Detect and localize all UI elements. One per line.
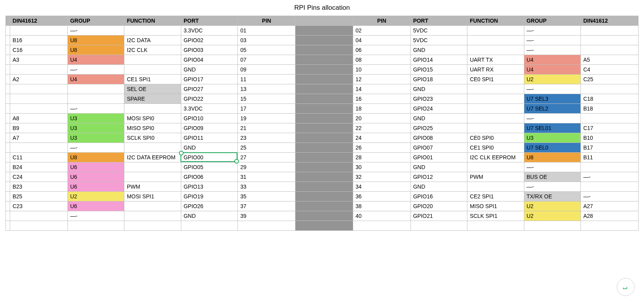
left-port-cell[interactable]: GPIO10 [181, 114, 238, 123]
pins-table[interactable]: DIN41612 GROUP FUNCTION PORT PIN PIN POR… [5, 16, 639, 231]
right-port-cell[interactable]: GND [410, 45, 467, 55]
right-din-cell[interactable]: A5 [581, 55, 639, 65]
table-row[interactable]: A3U4GPIO040708GPIO14UART TXU4A5 [6, 55, 639, 65]
right-port-cell[interactable]: GPIO12 [410, 172, 467, 182]
right-pin-cell[interactable]: 22 [353, 123, 410, 133]
right-group-cell[interactable]: —- [524, 26, 581, 36]
right-pin-cell[interactable]: 18 [353, 104, 410, 114]
left-func-cell[interactable]: I2C DATA [124, 36, 181, 45]
right-func-cell[interactable] [467, 221, 524, 231]
right-port-cell[interactable]: GND [410, 162, 467, 172]
left-group-cell[interactable]: U8 [67, 36, 124, 45]
table-row[interactable]: A7U3SCLK SPI0GPIO112324GPIO08CE0 SPI0U3B… [6, 133, 639, 143]
right-din-cell[interactable]: B10 [581, 133, 639, 143]
right-din-cell[interactable] [581, 114, 639, 123]
left-group-cell[interactable] [67, 84, 124, 94]
left-pin-cell[interactable]: 39 [238, 211, 295, 221]
left-pin-cell[interactable]: 03 [238, 36, 295, 45]
left-group-cell[interactable]: U3 [67, 123, 124, 133]
table-row[interactable]: —-3.3VDC1718GPIO24U7 SEL2B18 [6, 104, 639, 114]
left-port-cell[interactable]: GND [181, 211, 238, 221]
left-func-cell[interactable] [124, 26, 181, 36]
right-group-cell[interactable]: —- [524, 182, 581, 192]
left-func-cell[interactable] [124, 201, 181, 211]
right-func-cell[interactable] [467, 123, 524, 133]
right-din-cell[interactable]: —- [581, 192, 639, 201]
left-func-cell[interactable]: I2C CLK [124, 45, 181, 55]
right-func-cell[interactable]: UART TX [467, 55, 524, 65]
left-group-cell[interactable]: U6 [67, 201, 124, 211]
right-group-cell[interactable]: U4 [524, 55, 581, 65]
left-func-cell[interactable] [124, 104, 181, 114]
left-pin-cell[interactable]: 17 [238, 104, 295, 114]
left-din-cell[interactable]: C16 [10, 45, 68, 55]
left-group-cell[interactable]: —- [67, 104, 124, 114]
right-port-cell[interactable]: GPIO20 [410, 201, 467, 211]
right-port-cell[interactable]: GPIO08 [410, 133, 467, 143]
right-group-cell[interactable]: U8 [524, 153, 581, 162]
right-din-cell[interactable]: A28 [581, 211, 639, 221]
left-pin-cell[interactable]: 35 [238, 192, 295, 201]
right-pin-cell[interactable]: 20 [353, 114, 410, 123]
left-din-cell[interactable]: A8 [10, 114, 68, 123]
right-group-cell[interactable]: U4 [524, 65, 581, 75]
left-func-cell[interactable]: SEL OE [124, 84, 181, 94]
right-pin-cell[interactable]: 36 [353, 192, 410, 201]
left-func-cell[interactable] [124, 65, 181, 75]
left-din-cell[interactable]: C24 [10, 172, 68, 182]
right-port-cell[interactable]: GPIO25 [410, 123, 467, 133]
left-group-cell[interactable] [67, 94, 124, 104]
left-pin-cell[interactable]: 09 [238, 65, 295, 75]
left-port-cell[interactable]: GPIO11 [181, 133, 238, 143]
right-pin-cell[interactable]: 16 [353, 94, 410, 104]
right-func-cell[interactable] [467, 162, 524, 172]
right-func-cell[interactable]: I2C CLK EEPROM [467, 153, 524, 162]
right-pin-cell[interactable]: 38 [353, 201, 410, 211]
table-row[interactable]: SEL OEGPIO271314GND—- [6, 84, 639, 94]
left-port-cell[interactable]: GPIO26 [181, 201, 238, 211]
right-group-cell[interactable]: —- [524, 36, 581, 45]
left-port-cell[interactable]: GND [181, 143, 238, 153]
right-pin-cell[interactable]: 40 [353, 211, 410, 221]
left-group-cell[interactable]: U2 [67, 192, 124, 201]
right-port-cell[interactable]: GND [410, 84, 467, 94]
right-group-cell[interactable]: U2 [524, 75, 581, 84]
left-group-cell[interactable]: U4 [67, 75, 124, 84]
right-group-cell[interactable]: U7 SEL2 [524, 104, 581, 114]
left-func-cell[interactable] [124, 55, 181, 65]
left-din-cell[interactable] [10, 221, 68, 231]
right-port-cell[interactable]: GPIO14 [410, 55, 467, 65]
right-port-cell[interactable]: 5VDC [410, 36, 467, 45]
left-func-cell[interactable]: MOSI SPI1 [124, 192, 181, 201]
left-din-cell[interactable] [10, 94, 68, 104]
left-din-cell[interactable] [10, 26, 68, 36]
left-group-cell[interactable]: U3 [67, 133, 124, 143]
right-port-cell[interactable]: GPIO07 [410, 143, 467, 153]
right-func-cell[interactable] [467, 114, 524, 123]
left-din-cell[interactable]: A3 [10, 55, 68, 65]
left-port-cell[interactable]: 3.3VDC [181, 104, 238, 114]
right-group-cell[interactable]: —- [524, 45, 581, 55]
right-func-cell[interactable] [467, 104, 524, 114]
table-row[interactable]: B24U6GPIO052930GND—- [6, 162, 639, 172]
right-pin-cell[interactable]: 06 [353, 45, 410, 55]
table-row[interactable]: —-GND0910GPIO15UART RXU4C4 [6, 65, 639, 75]
right-pin-cell[interactable]: 30 [353, 162, 410, 172]
right-din-cell[interactable]: A27 [581, 201, 639, 211]
left-func-cell[interactable] [124, 211, 181, 221]
left-pin-cell[interactable]: 29 [238, 162, 295, 172]
right-din-cell[interactable] [581, 36, 639, 45]
right-group-cell[interactable] [524, 221, 581, 231]
left-pin-cell[interactable]: 11 [238, 75, 295, 84]
left-group-cell[interactable]: —- [67, 26, 124, 36]
right-func-cell[interactable] [467, 182, 524, 192]
right-din-cell[interactable] [581, 45, 639, 55]
left-group-cell[interactable]: U6 [67, 162, 124, 172]
left-func-cell[interactable]: SPARE [124, 94, 181, 104]
left-func-cell[interactable] [124, 162, 181, 172]
left-din-cell[interactable]: B9 [10, 123, 68, 133]
right-din-cell[interactable] [581, 182, 639, 192]
left-port-cell[interactable]: GPIO27 [181, 84, 238, 94]
table-row[interactable]: —-GND3940GPIO21SCLK SPI1U2A28 [6, 211, 639, 221]
left-func-cell[interactable]: SCLK SPI0 [124, 133, 181, 143]
